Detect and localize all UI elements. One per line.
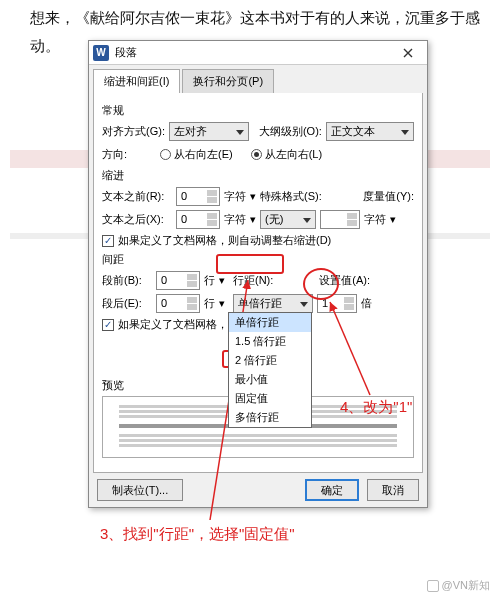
annotation-4: 4、改为"1" [340, 398, 412, 417]
indent-before-value: 0 [181, 190, 187, 202]
space-after-spinner[interactable]: 0 [156, 294, 200, 313]
line-unit: 行 [204, 273, 215, 288]
special-combo[interactable]: (无) [260, 210, 316, 229]
metric-label: 度量值(Y): [363, 189, 414, 204]
metric-spinner[interactable] [320, 210, 360, 229]
outline-combo[interactable]: 正文文本 [326, 122, 414, 141]
chk-indent-label: 如果定义了文档网格，则自动调整右缩进(D) [118, 233, 331, 248]
char-unit3: 字符 [364, 212, 386, 227]
auto-adjust-indent-checkbox[interactable]: ✓ 如果定义了文档网格，则自动调整右缩进(D) [102, 233, 414, 248]
section-indent: 缩进 [102, 168, 414, 183]
word-icon: W [93, 45, 109, 61]
checkbox-icon: ✓ [102, 235, 114, 247]
char-unit: 字符 [224, 189, 246, 204]
dialog-title: 段落 [115, 45, 137, 60]
tab-line-page-breaks[interactable]: 换行和分页(P) [182, 69, 274, 93]
outline-value: 正文文本 [331, 124, 375, 139]
align-combo[interactable]: 左对齐 [169, 122, 249, 141]
indent-before-spinner[interactable]: 0 [176, 187, 220, 206]
close-button[interactable] [393, 43, 423, 63]
line-unit2: 行 [204, 296, 215, 311]
sp-after-value: 0 [161, 297, 167, 309]
direction-rtl-radio[interactable]: 从右向左(E) [160, 147, 233, 162]
set-value: 1 [322, 297, 328, 309]
tab-indent-spacing[interactable]: 缩进和间距(I) [93, 69, 180, 93]
button-row: 制表位(T)... 确定 取消 [89, 473, 427, 507]
section-general: 常规 [102, 103, 414, 118]
tabs-button[interactable]: 制表位(T)... [97, 479, 183, 501]
indent-after-spinner[interactable]: 0 [176, 210, 220, 229]
char-unit2: 字符 [224, 212, 246, 227]
titlebar: W 段落 [89, 41, 427, 65]
ok-button[interactable]: 确定 [305, 479, 359, 501]
outline-label: 大纲级别(O): [259, 124, 322, 139]
radio-icon [160, 149, 171, 160]
dd-option-1-5[interactable]: 1.5 倍行距 [229, 332, 311, 351]
set-value-spinner[interactable]: 1 [317, 294, 357, 313]
dd-option-single[interactable]: 单倍行距 [229, 313, 311, 332]
paragraph-dialog: W 段落 缩进和间距(I) 换行和分页(P) 常规 对齐方式(G): 左对齐 大… [88, 40, 428, 508]
watermark: @VN新知 [427, 578, 490, 593]
dd-option-multi[interactable]: 多倍行距 [229, 408, 311, 427]
space-before-spinner[interactable]: 0 [156, 271, 200, 290]
align-value: 左对齐 [174, 124, 207, 139]
special-value: (无) [265, 212, 283, 227]
direction-label: 方向: [102, 147, 156, 162]
radio-icon [251, 149, 262, 160]
special-label: 特殊格式(S): [260, 189, 322, 204]
dd-option-min[interactable]: 最小值 [229, 370, 311, 389]
watermark-icon [427, 580, 439, 592]
section-spacing: 间距 [102, 252, 414, 267]
indent-before-label: 文本之前(R): [102, 189, 172, 204]
tab-strip: 缩进和间距(I) 换行和分页(P) [89, 65, 427, 93]
align-label: 对齐方式(G): [102, 124, 165, 139]
cancel-button[interactable]: 取消 [367, 479, 419, 501]
dd-option-double[interactable]: 2 倍行距 [229, 351, 311, 370]
line-spacing-dropdown[interactable]: 单倍行距 1.5 倍行距 2 倍行距 最小值 固定值 多倍行距 [228, 312, 312, 428]
indent-after-label: 文本之后(X): [102, 212, 172, 227]
bei-unit: 倍 [361, 296, 372, 311]
line-spacing-combo[interactable]: 单倍行距 [233, 294, 313, 313]
set-value-label: 设置值(A): [319, 273, 370, 288]
dd-option-fixed[interactable]: 固定值 [229, 389, 311, 408]
annotation-3: 3、找到"行距"，选择"固定值" [100, 525, 295, 544]
space-before-label: 段前(B): [102, 273, 152, 288]
ltr-label: 从左向右(L) [265, 147, 322, 162]
watermark-text: @VN新知 [442, 578, 490, 593]
space-after-label: 段后(E): [102, 296, 152, 311]
checkbox-icon: ✓ [102, 319, 114, 331]
sp-before-value: 0 [161, 274, 167, 286]
line-spacing-value: 单倍行距 [238, 296, 282, 311]
indent-after-value: 0 [181, 213, 187, 225]
close-icon [403, 48, 413, 58]
direction-ltr-radio[interactable]: 从左向右(L) [251, 147, 322, 162]
line-spacing-label: 行距(N): [233, 273, 273, 288]
rtl-label: 从右向左(E) [174, 147, 233, 162]
